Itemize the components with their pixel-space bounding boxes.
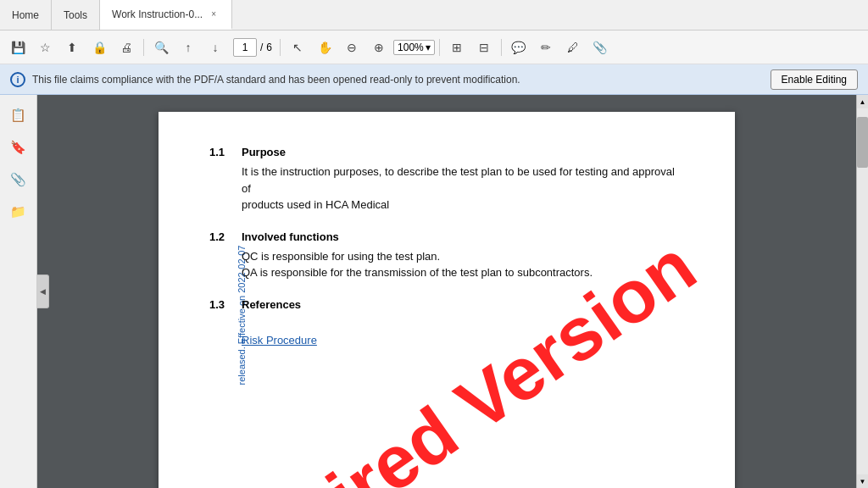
- tab-tools-label: Tools: [64, 9, 87, 21]
- next-page-button[interactable]: ↓: [203, 36, 228, 59]
- title-bar: Home Tools Work Instruction-0... ×: [0, 0, 868, 30]
- tab-tools[interactable]: Tools: [52, 0, 100, 30]
- section-1-1: 1.1 Purpose It is the instruction purpos…: [209, 146, 684, 214]
- section-1-2-title: Involved functions: [242, 230, 339, 243]
- zoom-level-value: 100%: [398, 42, 424, 53]
- section-1-3-body: Risk Procedure: [242, 316, 684, 349]
- section-1-1-header: 1.1 Purpose: [209, 146, 684, 158]
- sidebar-collapse-button[interactable]: ◀: [37, 274, 49, 308]
- section-1-1-number: 1.1: [209, 146, 233, 158]
- zoom-out-button[interactable]: 🔍: [148, 36, 174, 59]
- draw-icon: ✏: [541, 41, 551, 54]
- info-icon: i: [10, 72, 25, 87]
- minus-circle-icon: ⊖: [347, 41, 357, 54]
- sidebar-icon-layers[interactable]: 📁: [5, 198, 32, 225]
- zoom-selector[interactable]: 100% ▾: [393, 40, 435, 55]
- tab-document-label: Work Instruction-0...: [112, 8, 203, 20]
- pdf-page: released. Effective on 2022-02-07 1.1 Pu…: [159, 112, 735, 488]
- section-1-1-title: Purpose: [242, 146, 286, 158]
- prev-page-button[interactable]: ↑: [175, 36, 201, 59]
- fit-page-button[interactable]: ⊞: [444, 36, 470, 59]
- section-1-2-line-2: QA is responsible for the transmission o…: [242, 264, 684, 281]
- scroll-thumb[interactable]: [857, 117, 868, 168]
- section-1-3: 1.3 References Risk Procedure: [209, 298, 684, 349]
- section-1-3-number: 1.3: [209, 298, 233, 311]
- scroll-track[interactable]: [857, 108, 868, 474]
- sidebar-icon-attachments[interactable]: 📎: [5, 166, 32, 193]
- fit-width-button[interactable]: ⊟: [471, 36, 497, 59]
- hand-tool-button[interactable]: ✋: [312, 36, 337, 59]
- attach-button[interactable]: 📎: [587, 36, 613, 59]
- page-separator: /: [260, 42, 263, 53]
- comment-icon: 💬: [511, 41, 526, 54]
- upload-icon: ⬆: [67, 41, 77, 54]
- bookmark-button[interactable]: ☆: [32, 36, 58, 59]
- main-layout: 📋 🔖 📎 📁 ◀ released. Effective on 2022-02…: [0, 95, 868, 488]
- pdf-area: ◀ released. Effective on 2022-02-07 1.1 …: [37, 95, 856, 488]
- separator-2: [280, 39, 281, 56]
- section-1-3-header: 1.3 References: [209, 298, 684, 311]
- lock-icon: 🔒: [92, 41, 107, 54]
- page-number-input[interactable]: [233, 38, 257, 57]
- section-1-2-header: 1.2 Involved functions: [209, 230, 684, 243]
- page-total: 6: [266, 42, 272, 53]
- separator-3: [439, 39, 440, 56]
- enable-editing-button[interactable]: Enable Editing: [771, 69, 858, 90]
- zoom-minus-button[interactable]: ⊖: [339, 36, 364, 59]
- upload-button[interactable]: ⬆: [59, 36, 85, 59]
- notification-text: This file claims compliance with the PDF…: [32, 74, 764, 86]
- star-icon: ☆: [40, 41, 51, 54]
- hand-icon: ✋: [318, 41, 332, 54]
- highlight-icon: 🖊: [567, 41, 579, 54]
- save-button[interactable]: 💾: [5, 36, 31, 59]
- zoom-plus-button[interactable]: ⊕: [366, 36, 392, 59]
- section-1-2-number: 1.2: [209, 230, 233, 243]
- plus-circle-icon: ⊕: [374, 41, 384, 54]
- sidebar-icon-pages[interactable]: 📋: [5, 102, 32, 129]
- highlight-button[interactable]: 🖊: [560, 36, 586, 59]
- separator-1: [143, 39, 144, 56]
- save-icon: 💾: [11, 41, 25, 54]
- scroll-up-button[interactable]: ▲: [857, 95, 868, 108]
- section-1-1-body: It is the instruction purposes, to descr…: [242, 164, 684, 214]
- section-1-2-body: QC is responsible for using the test pla…: [242, 248, 684, 281]
- draw-button[interactable]: ✏: [533, 36, 559, 59]
- sidebar-icon-bookmarks[interactable]: 🔖: [5, 134, 32, 161]
- scroll-down-button[interactable]: ▼: [857, 474, 868, 488]
- cursor-tool-button[interactable]: ↖: [285, 36, 310, 59]
- print-icon: 🖨: [120, 41, 132, 54]
- lock-button[interactable]: 🔒: [86, 36, 112, 59]
- section-1-3-title: References: [242, 298, 301, 311]
- toolbar: 💾 ☆ ⬆ 🔒 🖨 🔍 ↑ ↓ / 6 ↖ ✋ ⊖ ⊕ 100% ▾: [0, 30, 868, 64]
- zoom-dropdown-icon: ▾: [426, 42, 431, 53]
- tab-document[interactable]: Work Instruction-0... ×: [100, 0, 232, 30]
- print-button[interactable]: 🖨: [114, 36, 139, 59]
- tab-home[interactable]: Home: [0, 0, 52, 30]
- attach-icon: 📎: [593, 41, 607, 54]
- tab-close-button[interactable]: ×: [208, 8, 220, 20]
- left-sidebar: 📋 🔖 📎 📁: [0, 95, 37, 488]
- notification-bar: i This file claims compliance with the P…: [0, 64, 868, 95]
- page-navigation: / 6: [230, 38, 275, 57]
- right-scrollbar: ▲ ▼: [856, 95, 868, 488]
- zoom-out-icon: 🔍: [154, 41, 169, 54]
- arrow-down-icon: ↓: [213, 41, 219, 54]
- comment-button[interactable]: 💬: [506, 36, 531, 59]
- arrow-up-icon: ↑: [186, 41, 192, 54]
- cursor-icon: ↖: [292, 41, 303, 54]
- tab-home-label: Home: [12, 9, 39, 21]
- section-1-2-line-1: QC is responsible for using the test pla…: [242, 248, 684, 265]
- separator-4: [501, 39, 502, 56]
- risk-procedure-link[interactable]: Risk Procedure: [242, 334, 317, 347]
- fit-icon: ⊞: [452, 41, 462, 54]
- pdf-content: 1.1 Purpose It is the instruction purpos…: [209, 146, 684, 349]
- section-1-2: 1.2 Involved functions QC is responsible…: [209, 230, 684, 281]
- pages-icon: ⊟: [479, 41, 489, 54]
